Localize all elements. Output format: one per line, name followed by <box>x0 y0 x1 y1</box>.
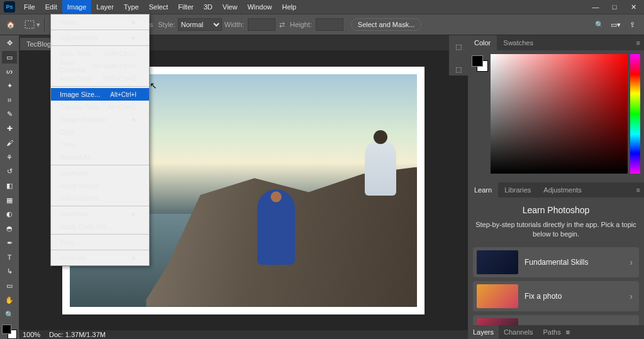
window-controls: — □ ✕ <box>586 0 643 14</box>
learn-card[interactable]: Fix a photo› <box>473 281 639 311</box>
heal-tool[interactable]: ✚ <box>2 122 17 135</box>
path-tool[interactable]: ↳ <box>2 265 17 279</box>
type-tool[interactable]: T <box>2 251 17 264</box>
dodge-tool[interactable]: ◓ <box>2 222 17 235</box>
layers-panel-tabs: Layers Channels Paths ≡ <box>468 325 644 339</box>
fg-bg-colors[interactable] <box>2 325 17 339</box>
tab-learn[interactable]: Learn <box>468 182 498 197</box>
menu-item-auto-tone[interactable]: Auto ToneShift+Ctrl+L <box>51 47 149 60</box>
move-tool[interactable]: ✥ <box>2 36 17 50</box>
color-swatch[interactable] <box>472 55 488 72</box>
doc-size: Doc: 1.37M/1.37M <box>49 331 106 338</box>
width-input[interactable] <box>248 18 275 31</box>
menu-layer[interactable]: Layer <box>91 0 119 14</box>
height-label: Height: <box>290 21 312 28</box>
history-tool[interactable]: ↺ <box>2 165 17 178</box>
height-input[interactable] <box>316 18 343 31</box>
pen-tool[interactable]: ✒ <box>2 236 17 250</box>
panel-icon-1[interactable]: ⬚ <box>452 40 465 53</box>
menu-item-apply-data-set-: Apply Data Set... <box>51 220 149 233</box>
menu-item-canvas-size-[interactable]: Canvas Size...Alt+Ctrl+C <box>51 101 149 113</box>
workspace-icon[interactable]: ▭▾ <box>608 17 623 32</box>
search-icon[interactable]: 🔍 <box>592 17 607 32</box>
menu-item-analysis[interactable]: Analysis▶ <box>51 252 149 264</box>
hand-tool[interactable]: ✋ <box>2 294 17 307</box>
menu-file[interactable]: File <box>19 0 40 14</box>
marquee-tool-indicator[interactable] <box>22 17 37 32</box>
learn-heading: Learn Photoshop <box>473 205 639 215</box>
wand-tool[interactable]: ✦ <box>2 79 17 92</box>
menu-item-mode[interactable]: Mode▶ <box>51 16 149 28</box>
close-button[interactable]: ✕ <box>624 0 643 14</box>
chevron-right-icon: › <box>630 291 633 301</box>
status-bar: 100% Doc: 1.37M/1.37M <box>19 330 468 339</box>
lasso-tool[interactable]: ᔕ <box>2 65 17 78</box>
menu-3d[interactable]: 3D <box>199 0 218 14</box>
menu-view[interactable]: View <box>218 0 243 14</box>
learn-panel-tabs: Learn Libraries Adjustments ≡ <box>468 182 644 197</box>
menu-help[interactable]: Help <box>277 0 302 14</box>
learn-card[interactable]: Make creative effects› <box>473 315 639 325</box>
tab-adjustments[interactable]: Adjustments <box>537 182 588 197</box>
tab-libraries[interactable]: Libraries <box>498 182 537 197</box>
home-icon[interactable]: 🏠 <box>4 18 18 31</box>
menu-window[interactable]: Window <box>242 0 277 14</box>
color-field[interactable] <box>491 54 628 174</box>
chevron-right-icon: › <box>630 257 633 267</box>
menu-item-auto-color[interactable]: Auto ColorShift+Ctrl+B <box>51 72 149 85</box>
menu-edit[interactable]: Edit <box>40 0 62 14</box>
menu-item-crop: Crop <box>51 126 149 138</box>
panel-menu-icon[interactable]: ≡ <box>636 186 640 194</box>
hue-slider[interactable] <box>630 54 640 174</box>
menu-item-trap-: Trap... <box>51 236 149 248</box>
gradient-tool[interactable]: ▦ <box>2 194 17 207</box>
share-icon[interactable]: ⇪ <box>625 17 640 32</box>
menu-item-apply-image-[interactable]: Apply Image... <box>51 179 149 192</box>
zoom-tool[interactable]: 🔍 <box>2 308 17 321</box>
menu-item-auto-contrast[interactable]: Auto ContrastAlt+Shift+Ctrl+L <box>51 60 149 72</box>
learn-card[interactable]: Fundamental Skills› <box>473 247 639 277</box>
app-logo: Ps <box>4 1 15 13</box>
panel-menu-icon[interactable]: ≡ <box>566 328 570 336</box>
crop-tool[interactable]: ⌗ <box>2 94 17 107</box>
eyedrop-tool[interactable]: ✎ <box>2 108 17 121</box>
minimize-button[interactable]: — <box>586 0 605 14</box>
menu-item-adjustments[interactable]: Adjustments▶ <box>51 31 149 44</box>
style-select[interactable]: Normal <box>178 18 222 31</box>
brush-tool[interactable]: 🖌 <box>2 136 17 150</box>
menu-item-calculations-[interactable]: Calculations... <box>51 192 149 204</box>
right-panels: Color Swatches ≡ Learn Libraries Adjustm… <box>468 35 644 339</box>
tab-channels[interactable]: Channels <box>499 325 538 339</box>
marquee-tool[interactable]: ▭ <box>2 51 17 64</box>
image-menu-dropdown: Mode▶Adjustments▶Auto ToneShift+Ctrl+LAu… <box>50 14 150 266</box>
select-and-mask-button[interactable]: Select and Mask... <box>351 18 422 31</box>
tab-paths[interactable]: Paths <box>538 325 566 339</box>
panel-menu-icon[interactable]: ≡ <box>636 39 640 47</box>
menu-type[interactable]: Type <box>119 0 144 14</box>
menu-select[interactable]: Select <box>144 0 174 14</box>
width-label: Width: <box>225 21 244 28</box>
menu-image[interactable]: Image <box>62 0 92 14</box>
tab-swatches[interactable]: Swatches <box>497 35 540 50</box>
stamp-tool[interactable]: ⚘ <box>2 151 17 164</box>
menu-filter[interactable]: Filter <box>173 0 198 14</box>
collapsed-panels-strip: ⬚ ⬚ <box>449 35 468 75</box>
blur-tool[interactable]: ◐ <box>2 208 17 221</box>
shape-tool[interactable]: ▭ <box>2 279 17 292</box>
tab-layers[interactable]: Layers <box>468 325 499 339</box>
menu-item-reveal-all: Reveal All <box>51 151 149 164</box>
menu-item-trim-[interactable]: Trim... <box>51 138 149 151</box>
eraser-tool[interactable]: ◧ <box>2 179 17 192</box>
maximize-button[interactable]: □ <box>605 0 624 14</box>
menu-item-image-size-[interactable]: Image Size...Alt+Ctrl+I <box>51 88 149 101</box>
menu-item-image-rotation[interactable]: Image Rotation▶ <box>51 113 149 126</box>
swap-dims-icon[interactable]: ⇄ <box>279 21 285 29</box>
panel-icon-2[interactable]: ⬚ <box>452 63 465 75</box>
tab-color[interactable]: Color <box>468 35 497 50</box>
menu-item-duplicate-[interactable]: Duplicate... <box>51 167 149 179</box>
menubar: Ps FileEditImageLayerTypeSelectFilter3DV… <box>0 0 644 14</box>
color-panel <box>468 50 644 182</box>
svg-rect-0 <box>25 21 34 28</box>
learn-panel: Learn Photoshop Step-by-step tutorials d… <box>468 197 644 325</box>
zoom-level[interactable]: 100% <box>23 331 40 338</box>
